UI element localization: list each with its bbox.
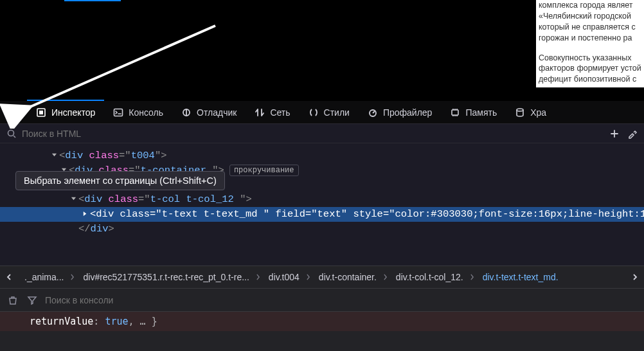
chevron-right-icon	[70, 272, 76, 282]
debugger-icon	[181, 107, 192, 118]
chevron-right-icon	[470, 272, 476, 282]
tab-label: Консоль	[129, 107, 163, 118]
svg-rect-6	[452, 110, 458, 115]
page-document: комплекса города являет «Челябинский гор…	[536, 0, 644, 87]
console-panel: returnValue: true, … }	[0, 289, 644, 351]
tab-debugger[interactable]: Отладчик	[172, 101, 246, 124]
storage-icon	[515, 107, 525, 118]
chevron-right-icon	[383, 272, 389, 282]
tab-label: Инспектор	[51, 107, 95, 118]
console-icon	[113, 107, 123, 118]
devtools-tabbar: Инспектор Консоль Отладчик Сеть Стили	[0, 101, 644, 124]
add-node-button[interactable]	[608, 127, 621, 140]
tab-console[interactable]: Консоль	[104, 101, 172, 124]
breadcrumbs: ._anima... div#rec521775351.r.t-rec.t-re…	[0, 266, 644, 289]
breadcrumb-item[interactable]: div.t-col.t-col_12.	[389, 272, 470, 282]
markup-toolbar	[0, 124, 644, 143]
tab-storage[interactable]: Хра	[506, 101, 555, 124]
search-input[interactable]	[22, 129, 138, 139]
chevron-right-icon	[306, 272, 312, 282]
styles-icon	[309, 107, 319, 118]
memory-icon	[450, 107, 460, 118]
svg-point-5	[370, 110, 376, 116]
svg-point-8	[8, 130, 14, 136]
filter-icon[interactable]	[26, 294, 39, 307]
selected-node[interactable]: <div class="t-text t-text_md " field="te…	[0, 207, 644, 222]
svg-rect-4	[114, 109, 123, 116]
breadcrumb-item-active[interactable]: div.t-text.t-text_md.	[476, 272, 565, 282]
chevron-right-icon	[256, 272, 262, 282]
search-icon	[5, 127, 18, 140]
breadcrumb-item[interactable]: div.t-container.	[312, 272, 383, 282]
page-viewport: комплекса города являет «Челябинский гор…	[0, 0, 644, 101]
twisty-icon[interactable]	[49, 148, 59, 163]
tab-network[interactable]: Сеть	[246, 101, 299, 124]
tab-inspector[interactable]: Инспектор	[27, 101, 104, 124]
markup-pane: Выбрать элемент со страницы (Ctrl+Shift+…	[0, 124, 644, 266]
inspector-icon	[36, 107, 46, 118]
tab-styles[interactable]: Стили	[300, 101, 359, 124]
tab-profiler[interactable]: Профайлер	[359, 101, 442, 124]
breadcrumb-item[interactable]: div#rec521775351.r.t-rec.t-rec_pt_0.t-re…	[76, 272, 255, 282]
svg-point-7	[517, 109, 523, 111]
devtools-panel: Инспектор Консоль Отладчик Сеть Стили	[0, 101, 644, 351]
page-paragraph: Совокупность указанных факторов формируе…	[539, 53, 644, 86]
pick-element-tooltip: Выбрать элемент со страницы (Ctrl+Shift+…	[15, 171, 225, 190]
console-filter-input[interactable]	[45, 295, 157, 305]
tab-label: Стили	[324, 107, 350, 118]
tab-label: Профайлер	[383, 107, 433, 118]
clear-console-button[interactable]	[6, 294, 19, 307]
svg-rect-3	[39, 111, 43, 114]
tab-label: Отладчик	[197, 107, 237, 118]
console-message[interactable]: returnValue: true, … }	[0, 312, 644, 331]
svg-rect-1	[9, 108, 17, 114]
scroll-badge: прокручивание	[229, 165, 299, 176]
tab-label: Сеть	[270, 107, 290, 118]
tab-label: Хра	[530, 107, 546, 118]
selection-highlight	[64, 0, 121, 1]
breadcrumb-prev[interactable]	[0, 273, 18, 281]
page-paragraph: комплекса города являет «Челябинский гор…	[539, 0, 644, 44]
profiler-icon	[368, 107, 378, 118]
breadcrumb-next[interactable]	[626, 273, 644, 281]
network-icon	[255, 107, 265, 118]
twisty-icon[interactable]	[80, 207, 90, 222]
console-toolbar	[0, 289, 644, 312]
breadcrumb-item[interactable]: div.t004	[262, 272, 306, 282]
pick-element-button[interactable]	[0, 101, 27, 124]
tab-label: Память	[465, 107, 497, 118]
tab-memory[interactable]: Память	[441, 101, 506, 124]
breadcrumb-item[interactable]: ._anima...	[18, 272, 70, 282]
twisty-icon[interactable]	[69, 192, 78, 207]
eyedropper-button[interactable]	[626, 127, 639, 140]
